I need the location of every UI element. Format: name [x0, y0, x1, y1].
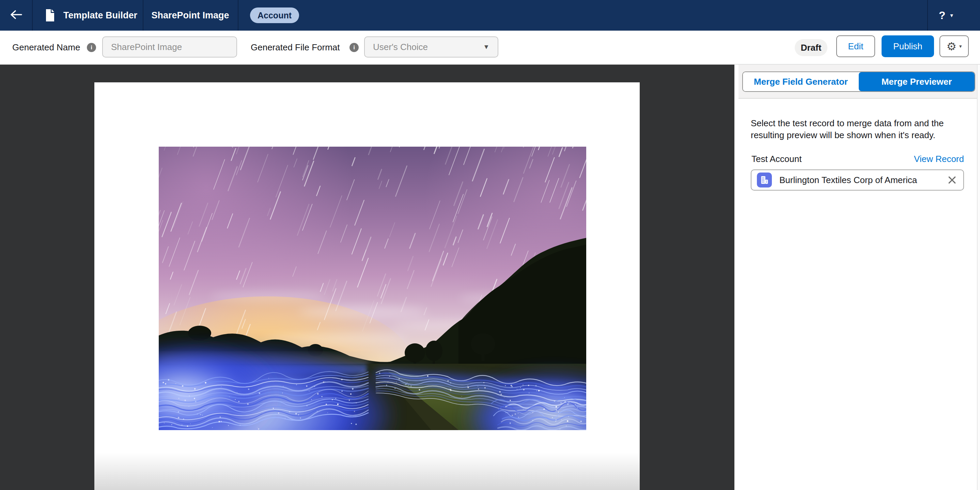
test-record-name: Burlington Textiles Corp of America: [780, 175, 946, 186]
panel-scrollbar[interactable]: [977, 65, 980, 490]
chevron-down-icon: ▾: [950, 12, 953, 19]
topbar-divider: [32, 0, 33, 31]
back-button[interactable]: [0, 0, 32, 31]
info-icon[interactable]: i: [87, 43, 96, 52]
file-format-label: Generated File Format: [251, 31, 340, 64]
info-icon[interactable]: i: [350, 43, 359, 52]
topbar-divider: [238, 0, 239, 31]
top-navigation-bar: Template Builder SharePoint Image Accoun…: [0, 0, 980, 31]
test-record-label: Test Account: [751, 154, 802, 164]
status-badge: Draft: [795, 39, 827, 56]
view-record-link[interactable]: View Record: [914, 154, 964, 164]
topbar-divider: [927, 0, 928, 31]
publish-button[interactable]: Publish: [881, 35, 934, 57]
file-format-select[interactable]: User's Choice ▼: [364, 36, 498, 57]
template-name-label: SharePoint Image: [143, 0, 238, 31]
settings-menu-button[interactable]: ⚙ ▾: [939, 35, 969, 57]
document-icon: [45, 9, 55, 23]
generated-name-input[interactable]: SharePoint Image: [102, 36, 237, 57]
chevron-down-icon: ▾: [959, 43, 962, 49]
template-builder-app: Template Builder SharePoint Image Accoun…: [0, 0, 980, 490]
panel-splitter: [734, 65, 738, 490]
edit-button[interactable]: Edit: [836, 35, 875, 57]
template-canvas: [0, 65, 734, 490]
back-arrow-icon: [8, 9, 24, 22]
merge-panel: Merge Field Generator Merge Previewer Se…: [738, 65, 977, 490]
object-type-badge: Account: [250, 8, 299, 23]
help-menu-button[interactable]: ? ▾: [939, 0, 953, 31]
document-page: [94, 82, 640, 490]
file-format-value: User's Choice: [373, 42, 428, 52]
template-toolbar: Generated Name i SharePoint Image Genera…: [0, 31, 980, 65]
template-photo: [159, 147, 586, 430]
help-icon: ?: [939, 9, 946, 22]
generated-name-label: Generated Name: [12, 31, 80, 64]
tab-merge-field-generator[interactable]: Merge Field Generator: [743, 72, 859, 91]
dropdown-caret-icon: ▼: [483, 43, 490, 51]
merge-tabset: Merge Field Generator Merge Previewer: [742, 71, 975, 92]
merge-previewer-description: Select the test record to merge data fro…: [751, 117, 970, 141]
merge-panel-header: Merge Field Generator Merge Previewer: [738, 65, 977, 99]
close-icon[interactable]: [946, 174, 958, 186]
app-title: Template Builder: [64, 0, 137, 31]
account-icon: [757, 173, 772, 187]
test-record-pill: Burlington Textiles Corp of America: [751, 170, 964, 190]
tab-merge-previewer[interactable]: Merge Previewer: [859, 72, 975, 91]
generated-name-value: SharePoint Image: [111, 42, 182, 52]
gear-icon: ⚙: [946, 41, 956, 52]
